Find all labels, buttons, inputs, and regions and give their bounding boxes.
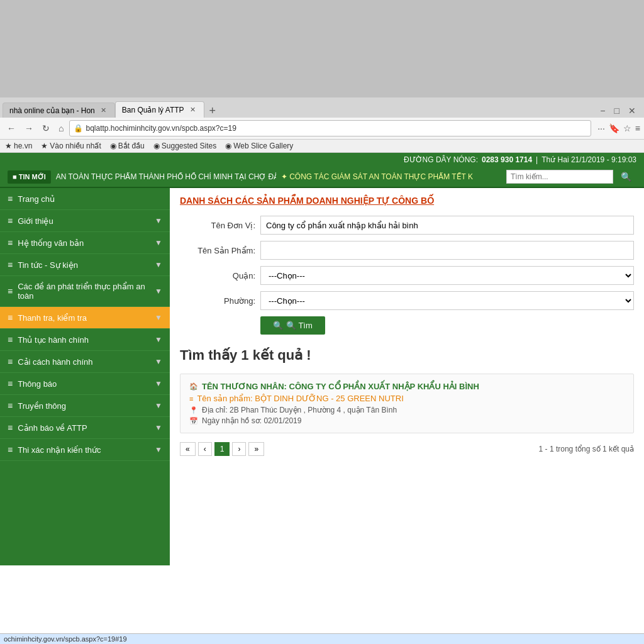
don-vi-row: Tên Đơn Vị: (180, 216, 634, 235)
truyen-thong-chevron: ▼ (155, 401, 162, 410)
tin-moi-badge: ■ TIN MỚI (8, 170, 51, 184)
result-item-0: 🏠 TÊN THƯƠNG NHÂN: CÔNG TY CỔ PHẦN XUẤT … (180, 374, 634, 433)
tin-tuc-label: Tin tức - Sự kiện (18, 260, 78, 270)
site-header-bar: ■ TIN MỚI AN TOÀN THỰC PHẨM THÀNH PHỐ HỒ… (0, 167, 644, 188)
bookmark-suggested-label: Suggested Sites (162, 142, 216, 150)
reader-icon[interactable]: ≡ (635, 123, 640, 133)
de-an-label: Các đề án phát triển thực phẩm an toàn (18, 282, 155, 301)
close-button[interactable]: ✕ (625, 104, 639, 118)
search-form: Tên Đơn Vị: Tên Sản Phẩm: Quận: ---Chọn-… (180, 216, 634, 335)
datetime-separator: | (536, 155, 538, 164)
datetime-text: Thứ Hai 21/1/2019 - 9:19:03 (541, 155, 636, 164)
sidebar-item-thi-xac-nhan[interactable]: ≡ Thi xác nhận kiến thức ▼ (0, 439, 170, 461)
sidebar-item-tin-tuc[interactable]: ≡ Tin tức - Sự kiện ▼ (0, 254, 170, 276)
forward-button[interactable]: → (21, 121, 36, 135)
sidebar-item-canh-bao[interactable]: ≡ Cảnh báo về ATTP ▼ (0, 417, 170, 439)
page-title: DANH SÁCH CÁC SẢN PHẨM DOANH NGHIỆP TỰ C… (180, 196, 634, 206)
truyen-thong-label: Truyền thông (18, 401, 66, 411)
thong-bao-icon: ≡ (8, 379, 13, 389)
new-tab-button[interactable]: + (204, 104, 221, 118)
sidebar-item-trang-chu[interactable]: ≡ Trang chủ (0, 188, 170, 210)
tab-2[interactable]: Ban Quản lý ATTP ✕ (115, 101, 204, 118)
sidebar-item-cai-cach[interactable]: ≡ Cải cách hành chính ▼ (0, 351, 170, 373)
address-text: bqlattp.hochiminhcity.gov.vn/spcb.aspx?c… (86, 124, 587, 133)
sidebar-item-truyen-thong[interactable]: ≡ Truyền thông ▼ (0, 395, 170, 417)
page-current-btn[interactable]: 1 (214, 442, 230, 456)
page-info: 1 - 1 trong tổng số 1 kết quả (539, 445, 634, 453)
status-bar: ochiminhcity.gov.vn/spcb.aspx?c=19#19 (0, 633, 644, 644)
minimize-button[interactable]: − (597, 104, 608, 118)
refresh-button[interactable]: ↻ (39, 121, 53, 135)
result-address: 📍 Địa chỉ: 2B Phan Thúc Duyện , Phường 4… (189, 406, 625, 414)
main-content: DANH SÁCH CÁC SẢN PHẨM DOANH NGHIỆP TỰ C… (170, 188, 644, 565)
thu-tuc-chevron: ▼ (155, 335, 162, 344)
favorites-icon[interactable]: ☆ (623, 123, 631, 133)
address-bar[interactable]: 🔒 bqlattp.hochiminhcity.gov.vn/spcb.aspx… (69, 120, 591, 136)
page-first-btn[interactable]: « (180, 442, 196, 456)
sidebar-item-de-an[interactable]: ≡ Các đề án phát triển thực phẩm an toàn… (0, 276, 170, 307)
bookmark-icon[interactable]: 🔖 (609, 123, 619, 133)
result-company: 🏠 TÊN THƯƠNG NHÂN: CÔNG TY CỔ PHẦN XUẤT … (189, 382, 625, 391)
result-product: ≡ Tên sản phẩm: BỘT DINH DƯỠNG - 25 GREE… (189, 394, 625, 403)
quan-select[interactable]: ---Chọn--- (260, 266, 634, 285)
sidebar-item-thanh-tra[interactable]: ≡ Thanh tra, kiểm tra ▼ (0, 307, 170, 329)
he-thong-icon: ≡ (8, 238, 13, 248)
tab-1-close[interactable]: ✕ (99, 106, 108, 115)
bookmark-nhieu-nhat[interactable]: ★ Vào nhiều nhất (41, 142, 101, 150)
status-url: ochiminhcity.gov.vn/spcb.aspx?c=19#19 (4, 635, 127, 643)
phuong-select[interactable]: ---Chọn--- (260, 291, 634, 310)
thanh-tra-label: Thanh tra, kiểm tra (18, 313, 87, 323)
more-icon[interactable]: ··· (597, 123, 605, 133)
bookmark-webslice[interactable]: ◉ Web Slice Gallery (225, 142, 293, 150)
don-vi-input[interactable] (260, 216, 634, 235)
hotline-number: 0283 930 1714 (482, 155, 532, 164)
home-button[interactable]: ⌂ (55, 121, 67, 135)
san-pham-input[interactable] (260, 241, 634, 260)
tim-button[interactable]: 🔍 🔍 Tìm (260, 316, 325, 335)
bookmark-bat-dau[interactable]: ◉ Bắt đầu (110, 142, 145, 150)
page-next-btn[interactable]: › (232, 442, 246, 456)
thanh-tra-icon: ≡ (8, 313, 13, 323)
marquee-text-1: AN TOÀN THỰC PHẨM THÀNH PHỐ HỒ CHÍ MINH … (56, 172, 276, 181)
page-prev-btn[interactable]: ‹ (198, 442, 212, 456)
trang-chu-label: Trang chủ (18, 194, 55, 204)
search-input[interactable] (506, 170, 613, 184)
company-name: TÊN THƯƠNG NHÂN: CÔNG TY CỔ PHẦN XUẤT NH… (202, 382, 479, 391)
bookmark-suggested[interactable]: ◉ Suggested Sites (153, 142, 216, 150)
cai-cach-icon: ≡ (8, 357, 13, 367)
sidebar-item-he-thong[interactable]: ≡ Hệ thống văn bản ▼ (0, 232, 170, 254)
website: ĐƯỜNG DÂY NÓNG: 0283 930 1714 | Thứ Hai … (0, 153, 644, 639)
gioi-thieu-label: Giới thiệu (18, 216, 53, 226)
date-calendar-icon: 📅 (189, 417, 198, 425)
search-area: 🔍 (506, 169, 636, 184)
tab-2-close[interactable]: ✕ (188, 105, 197, 114)
marquee-text-2: ✦ CÔNG TÁC GIÁM SÁT AN TOÀN THỰC PHẨM TẾ… (281, 172, 501, 181)
screen: nhà online của bạn - Hon ✕ Ban Quản lý A… (0, 0, 644, 644)
bookmark-he-label: he.vn (14, 142, 32, 150)
de-an-icon: ≡ (8, 286, 13, 296)
nav-bar: ← → ↻ ⌂ 🔒 bqlattp.hochiminhcity.gov.vn/s… (0, 118, 644, 140)
page-last-btn[interactable]: » (248, 442, 264, 456)
he-thong-chevron: ▼ (155, 238, 162, 247)
maximize-button[interactable]: □ (611, 104, 623, 118)
don-vi-label: Tên Đơn Vị: (180, 221, 255, 230)
search-button[interactable]: 🔍 (616, 169, 636, 184)
site-top-bar: ĐƯỜNG DÂY NÓNG: 0283 930 1714 | Thứ Hai … (0, 153, 644, 167)
thu-tuc-icon: ≡ (8, 335, 13, 345)
thu-tuc-label: Thủ tục hành chính (18, 335, 89, 345)
phuong-label: Phường: (180, 296, 255, 306)
bookmark-he[interactable]: ★ he.vn (5, 142, 32, 150)
san-pham-label: Tên Sản Phẩm: (180, 246, 255, 255)
quan-row: Quận: ---Chọn--- (180, 266, 634, 285)
sidebar-item-thu-tuc[interactable]: ≡ Thủ tục hành chính ▼ (0, 329, 170, 351)
back-button[interactable]: ← (4, 121, 19, 135)
tim-label: 🔍 Tìm (286, 321, 313, 330)
sidebar-item-thong-bao[interactable]: ≡ Thông báo ▼ (0, 373, 170, 395)
bookmark-nhiemnhat-icon: ★ (41, 142, 48, 150)
main-layout: ≡ Trang chủ ≡ Giới thiệu ▼ ≡ (0, 188, 644, 565)
result-count: Tìm thấy 1 kết quả ! (180, 347, 634, 364)
thong-bao-label: Thông báo (18, 379, 57, 389)
sidebar-item-gioi-thieu[interactable]: ≡ Giới thiệu ▼ (0, 210, 170, 232)
tab-1[interactable]: nhà online của bạn - Hon ✕ (3, 103, 115, 118)
bookmark-batdau-icon: ◉ (110, 142, 116, 150)
